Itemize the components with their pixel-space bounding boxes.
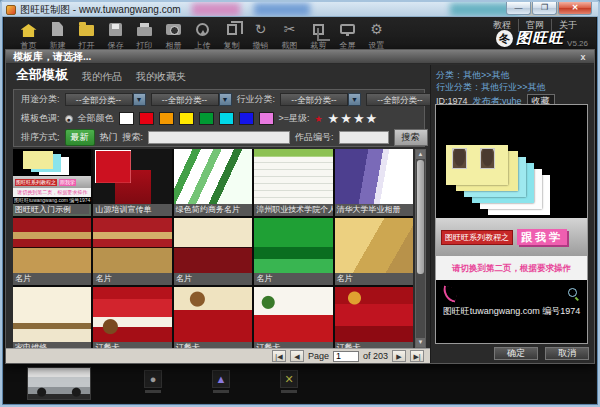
toolbar-album-button[interactable]: 相册 xyxy=(159,20,188,51)
toolbar-fullscreen-button[interactable]: 全屏 xyxy=(333,20,362,51)
prev-page-button[interactable]: ◀ xyxy=(290,350,304,362)
usage-category-dropdown-2[interactable]: --全部分类-- ▼ xyxy=(151,93,232,106)
window-titlebar[interactable]: 图旺旺制图 - www.tuwangwang.com — ❐ ✕ xyxy=(2,2,598,17)
template-label: 图旺旺入门示例 xyxy=(13,204,91,216)
thumb-art xyxy=(13,287,91,342)
template-thumb[interactable]: 山源培训宣传单 xyxy=(93,149,171,216)
gear-icon: ⚙ xyxy=(370,21,383,37)
color-swatch-violet[interactable] xyxy=(259,112,274,125)
scrollbar-thumb[interactable] xyxy=(417,160,424,274)
color-swatch-blue[interactable] xyxy=(239,112,254,125)
template-thumb[interactable]: 订餐卡 xyxy=(174,287,252,348)
ok-button[interactable]: 确定 xyxy=(494,347,538,360)
thumb-series-tag: 图旺旺系列教程之 xyxy=(15,179,57,186)
toolbar-settings-button[interactable]: ⚙ 设置 xyxy=(362,20,391,51)
print-icon xyxy=(137,27,152,36)
color-swatch-red[interactable] xyxy=(139,112,154,125)
color-swatch-yellow[interactable] xyxy=(179,112,194,125)
color-swatch-orange[interactable] xyxy=(159,112,174,125)
template-thumb[interactable]: 漳州职业技术学院个人简历 xyxy=(254,149,332,216)
scroll-up-icon[interactable]: ▲ xyxy=(416,150,425,159)
template-label: 绿色简约商务名片 xyxy=(174,204,252,216)
template-thumb[interactable]: 名片 xyxy=(13,218,91,285)
template-thumb[interactable]: 订餐卡 xyxy=(93,287,171,348)
crop-icon xyxy=(313,24,324,35)
link-about[interactable]: 关于 xyxy=(552,19,584,32)
first-page-button[interactable]: |◀ xyxy=(272,350,286,362)
window-title: 图旺旺制图 - www.tuwangwang.com xyxy=(20,3,181,17)
toolbar-home-button[interactable]: 首页 xyxy=(14,20,43,51)
car-photo-thumbnail[interactable] xyxy=(27,367,91,400)
close-button[interactable]: ✕ xyxy=(558,2,592,15)
color-swatch-white[interactable] xyxy=(119,112,134,125)
taskbar-label-blur xyxy=(213,390,229,393)
last-page-button[interactable]: ▶| xyxy=(410,350,424,362)
taskbar-icon-cross[interactable]: ✕ xyxy=(280,370,298,388)
template-thumb[interactable]: 订餐卡 xyxy=(254,287,332,348)
color-swatch-cyan[interactable] xyxy=(219,112,234,125)
toolbar-undo-button[interactable]: ↻ 撤销 xyxy=(246,20,275,51)
toolbar-print-button[interactable]: 打印 xyxy=(130,20,159,51)
toolbar-upload-button[interactable]: 上传 xyxy=(188,20,217,51)
dialog-close-icon[interactable]: x xyxy=(577,51,589,63)
dialog-header[interactable]: 模板库，请选择... x xyxy=(6,50,594,64)
color-swatch-green[interactable] xyxy=(199,112,214,125)
sort-hot-button[interactable]: 热门 xyxy=(100,131,118,144)
filter-panel: 用途分类: --全部分类-- ▼ --全部分类-- ▼ 行业分类: xyxy=(13,89,425,147)
thumb-art xyxy=(174,149,252,204)
next-page-button[interactable]: ▶ xyxy=(392,350,406,362)
search-button[interactable]: 搜索 xyxy=(394,129,428,146)
tab-all-templates[interactable]: 全部模板 xyxy=(16,66,68,87)
toolbar-open-button[interactable]: 打开 xyxy=(72,20,101,51)
maximize-button[interactable]: ❐ xyxy=(532,2,557,15)
toolbar-copy-button[interactable]: 复制 xyxy=(217,20,246,51)
template-thumb[interactable]: 名片 xyxy=(93,218,171,285)
scroll-down-icon[interactable]: ▼ xyxy=(416,338,425,347)
grid-scrollbar[interactable]: ▲ ▼ xyxy=(415,149,426,348)
template-preview-image: 图旺旺系列教程之 跟我学 请切换到第二页，根据要求操作 图旺旺tuwangwan… xyxy=(435,104,588,344)
chevron-down-icon[interactable]: ▼ xyxy=(348,93,361,106)
chevron-down-icon[interactable]: ▼ xyxy=(133,93,146,106)
template-thumb[interactable]: 名片 xyxy=(254,218,332,285)
template-thumb[interactable]: 名片 xyxy=(174,218,252,285)
star-rating-icons[interactable]: ★★★★ xyxy=(328,111,379,126)
home-icon xyxy=(21,24,37,37)
toolbar-new-button[interactable]: 新建 xyxy=(43,20,72,51)
toolbar-save-button[interactable]: 保存 xyxy=(101,20,130,51)
preview-tip-text: 请切换到第二页，根据要求操作 xyxy=(436,256,587,280)
taskbar-icon-dot[interactable]: ● xyxy=(144,370,162,388)
template-thumb[interactable]: 绿色简约商务名片 xyxy=(174,149,252,216)
template-thumb[interactable]: 清华大学毕业相册 xyxy=(335,149,413,216)
usage-category-dropdown-1[interactable]: --全部分类-- ▼ xyxy=(65,93,146,106)
minimize-button[interactable]: — xyxy=(506,2,531,15)
brand-version: V5.26 xyxy=(567,39,588,48)
all-colors-radio[interactable]: ● xyxy=(65,115,73,123)
thumb-art xyxy=(254,287,332,342)
star-icon-red[interactable]: ★ xyxy=(315,114,323,124)
sort-newest-button[interactable]: 最新 xyxy=(65,129,95,146)
industry-category-dropdown-1[interactable]: --全部分类-- ▼ xyxy=(280,93,361,106)
chevron-down-icon[interactable]: ▼ xyxy=(219,93,232,106)
link-official-site[interactable]: 官网 xyxy=(519,19,552,32)
toolbar-snip-button[interactable]: ✂ 截图 xyxy=(275,20,304,51)
link-tutorial[interactable]: 教程 xyxy=(486,19,519,32)
work-id-input[interactable] xyxy=(339,131,389,144)
taskbar-label-blur xyxy=(145,390,161,393)
toolbar-crop-button[interactable]: 裁剪 xyxy=(304,20,333,51)
thumb-art xyxy=(254,218,332,273)
tab-my-works[interactable]: 我的作品 xyxy=(82,70,122,87)
tab-my-favorites[interactable]: 我的收藏夹 xyxy=(136,70,186,87)
template-label: 清华大学毕业相册 xyxy=(335,204,413,216)
template-thumb-selected[interactable]: 图旺旺系列教程之 跟我学 请切换到第二页，根据要求操作 图旺旺tuwangwan… xyxy=(13,149,91,216)
copy-icon xyxy=(227,24,237,35)
new-file-icon xyxy=(52,22,63,36)
template-label: 名片 xyxy=(174,273,252,285)
template-thumb[interactable]: 名片 xyxy=(335,218,413,285)
template-thumb[interactable]: 订餐卡 xyxy=(335,287,413,348)
search-input[interactable] xyxy=(148,131,290,144)
tab-bar: 全部模板 我的作品 我的收藏夹 xyxy=(16,65,186,87)
page-number-input[interactable] xyxy=(333,351,359,362)
taskbar-icon-mountain[interactable]: ▲ xyxy=(212,370,230,388)
cancel-button[interactable]: 取消 xyxy=(545,347,589,360)
template-thumb[interactable]: 家电维修 xyxy=(13,287,91,348)
